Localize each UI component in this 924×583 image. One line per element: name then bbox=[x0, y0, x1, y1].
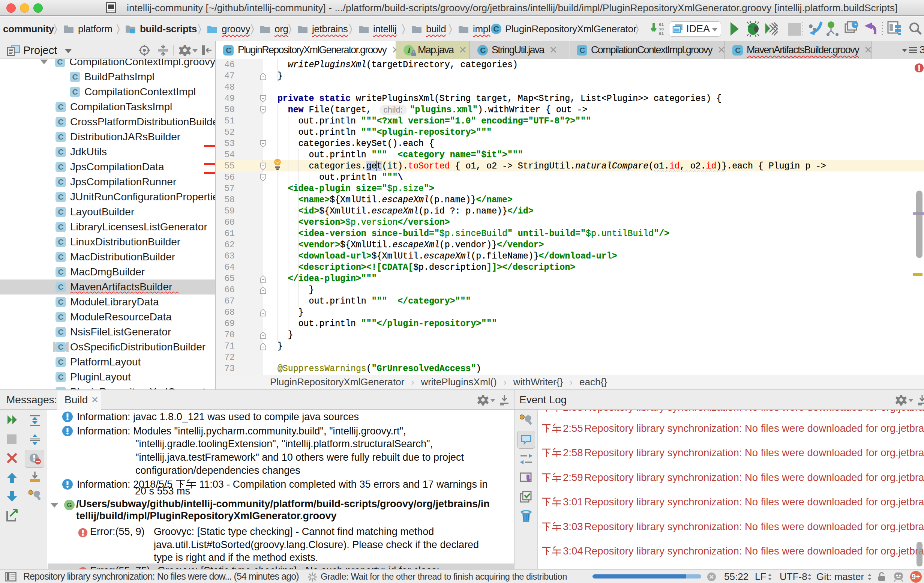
svg-text:01: 01 bbox=[659, 23, 664, 27]
svg-text:10: 10 bbox=[659, 27, 664, 31]
svg-text:G: G bbox=[67, 502, 72, 509]
svg-text:01: 01 bbox=[659, 31, 664, 36]
